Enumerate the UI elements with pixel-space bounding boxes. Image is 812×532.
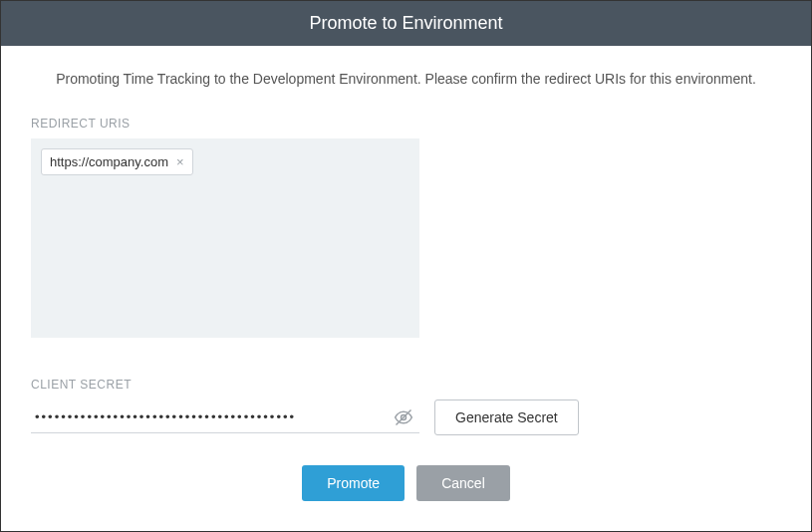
modal-footer: Promote Cancel xyxy=(31,465,781,501)
redirect-uris-box[interactable]: https://company.com × xyxy=(31,138,419,338)
cancel-button[interactable]: Cancel xyxy=(416,465,510,501)
client-secret-input[interactable] xyxy=(31,401,419,433)
remove-chip-icon[interactable]: × xyxy=(176,154,184,169)
client-secret-row: Generate Secret xyxy=(31,399,781,435)
modal-header: Promote to Environment xyxy=(1,1,811,46)
client-secret-field-wrap xyxy=(31,401,419,433)
promote-button[interactable]: Promote xyxy=(302,465,405,501)
modal-title: Promote to Environment xyxy=(309,13,502,33)
redirect-uris-label: REDIRECT URIS xyxy=(31,117,781,131)
uri-chip: https://company.com × xyxy=(41,148,193,175)
uri-chip-value: https://company.com xyxy=(50,154,168,169)
client-secret-label: CLIENT SECRET xyxy=(31,378,781,392)
generate-secret-button[interactable]: Generate Secret xyxy=(434,399,579,435)
eye-slash-icon[interactable] xyxy=(394,407,413,427)
promote-environment-modal: Promote to Environment Promoting Time Tr… xyxy=(0,0,812,532)
modal-content: Promoting Time Tracking to the Developme… xyxy=(1,46,811,531)
modal-description: Promoting Time Tracking to the Developme… xyxy=(31,71,781,87)
